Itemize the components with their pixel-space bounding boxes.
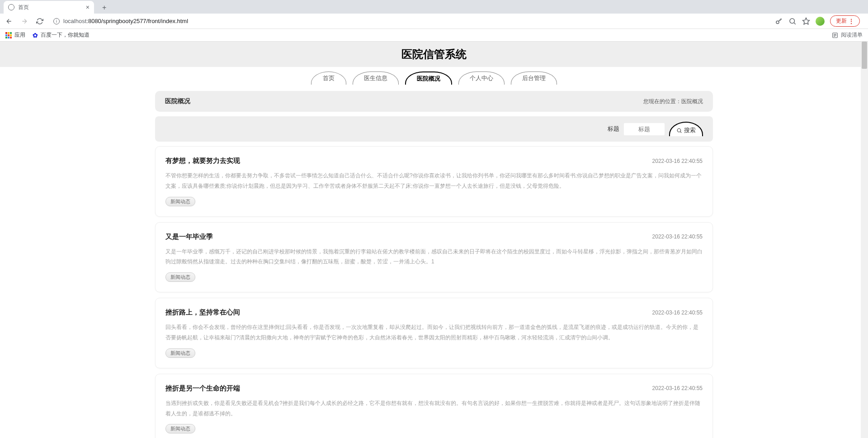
bookmarks-bar: 应用 ✿ 百度一下，你就知道 阅读清单 — [0, 29, 868, 42]
apps-icon — [5, 32, 12, 38]
search-input[interactable] — [624, 123, 665, 135]
site-info-icon[interactable]: i — [53, 18, 60, 24]
bookmark-baidu[interactable]: ✿ 百度一下，你就知道 — [33, 31, 90, 39]
article-card: 挫折是另一个生命的开端2022-03-16 22:40:55当遇到挫折或失败，你… — [155, 374, 713, 438]
svg-point-1 — [790, 19, 795, 24]
article-summary: 又是一年毕业季，感慨万千，还记的自己刚进学校那时候的情景，我拖着沉重的行李箱站在… — [165, 247, 703, 267]
section-title: 医院概况 — [165, 97, 190, 105]
back-button[interactable] — [4, 16, 14, 27]
article-time: 2022-03-16 22:40:55 — [652, 385, 703, 391]
breadcrumb: 您现在的位置：医院概况 — [643, 98, 703, 105]
profile-avatar[interactable] — [816, 17, 825, 26]
svg-marker-2 — [803, 18, 810, 24]
site-title: 医院信管系统 — [0, 47, 868, 62]
globe-icon — [8, 4, 14, 10]
browser-tab-bar: 首页 × + — [0, 0, 868, 14]
svg-point-0 — [776, 21, 779, 24]
star-icon[interactable] — [802, 17, 810, 25]
baidu-icon: ✿ — [33, 32, 38, 39]
article-tag[interactable]: 新闻动态 — [165, 424, 195, 433]
site-header: 医院信管系统 — [0, 42, 868, 67]
update-button[interactable]: 更新⋮ — [830, 15, 860, 27]
article-title[interactable]: 又是一年毕业季 — [165, 233, 213, 241]
article-card: 又是一年毕业季2022-03-16 22:40:55又是一年毕业季，感慨万千，还… — [155, 222, 713, 293]
kebab-icon: ⋮ — [849, 18, 854, 24]
search-bar: 标题 搜索 — [155, 116, 713, 142]
article-time: 2022-03-16 22:40:55 — [652, 309, 703, 316]
article-summary: 回头看看，你会不会发现，曾经的你在这里摔倒过;回头看看，你是否发现，一次次地重复… — [165, 322, 703, 343]
nav-tab-0[interactable]: 首页 — [311, 71, 346, 85]
reading-list-button[interactable]: 阅读清单 — [832, 31, 863, 39]
search-label: 标题 — [608, 125, 619, 133]
article-card: 有梦想，就要努力去实现2022-03-16 22:40:55不管你想要怎样的生活… — [155, 146, 713, 217]
svg-point-7 — [677, 129, 681, 132]
url-text: localhost:8080/springbooty2577/front/ind… — [63, 18, 188, 24]
apps-shortcut[interactable]: 应用 — [5, 31, 25, 39]
article-title[interactable]: 挫折是另一个生命的开端 — [165, 384, 240, 393]
scrollbar-track[interactable] — [861, 42, 868, 438]
search-icon[interactable] — [788, 17, 797, 25]
nav-tab-4[interactable]: 后台管理 — [511, 71, 557, 85]
article-tag[interactable]: 新闻动态 — [165, 348, 195, 358]
address-bar: i localhost:8080/springbooty2577/front/i… — [0, 14, 868, 29]
close-icon[interactable]: × — [86, 4, 90, 11]
search-button[interactable]: 搜索 — [669, 122, 703, 136]
article-summary: 当遇到挫折或失败，你是看见失败还是看见机会?挫折是我们每个人成长的必经之路，它不… — [165, 398, 703, 419]
article-title[interactable]: 挫折路上，坚持常在心间 — [165, 308, 240, 317]
breadcrumb-bar: 医院概况 您现在的位置：医院概况 — [155, 91, 713, 112]
key-icon[interactable] — [775, 17, 783, 25]
article-tag[interactable]: 新闻动态 — [165, 272, 195, 282]
list-icon — [832, 32, 838, 38]
nav-tab-1[interactable]: 医生信息 — [353, 71, 399, 85]
article-time: 2022-03-16 22:40:55 — [652, 233, 703, 240]
magnifier-icon — [676, 128, 682, 133]
main-nav: 首页医生信息医院概况个人中心后台管理 — [0, 67, 868, 91]
scrollbar-thumb[interactable] — [862, 42, 867, 69]
tab-title: 首页 — [18, 4, 82, 11]
article-summary: 不管你想要怎样的生活，你都要去努力争取，不多尝试一些事情怎么知道自己适合什么、不… — [165, 171, 703, 191]
nav-tab-3[interactable]: 个人中心 — [458, 71, 505, 85]
reload-button[interactable] — [34, 16, 45, 27]
browser-tab-active[interactable]: 首页 × — [4, 1, 94, 14]
nav-tab-2[interactable]: 医院概况 — [405, 71, 452, 85]
article-title[interactable]: 有梦想，就要努力去实现 — [165, 157, 240, 165]
article-card: 挫折路上，坚持常在心间2022-03-16 22:40:55回头看看，你会不会发… — [155, 298, 713, 368]
new-tab-button[interactable]: + — [99, 2, 110, 14]
forward-button[interactable] — [19, 16, 30, 27]
url-field[interactable]: i localhost:8080/springbooty2577/front/i… — [50, 18, 770, 24]
article-time: 2022-03-16 22:40:55 — [652, 158, 703, 164]
article-tag[interactable]: 新闻动态 — [165, 197, 195, 206]
